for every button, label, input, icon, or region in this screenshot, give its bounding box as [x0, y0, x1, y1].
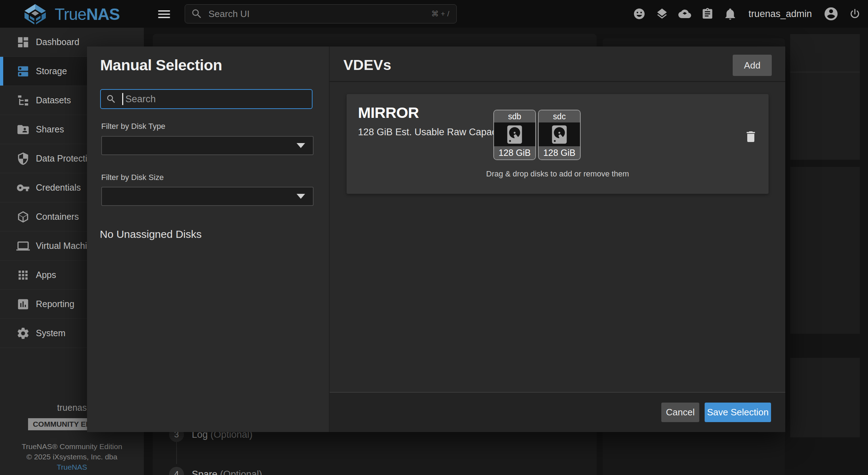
save-selection-button[interactable]: Save Selection — [705, 403, 771, 422]
hamburger-menu-icon[interactable] — [153, 6, 175, 22]
key-icon — [16, 181, 30, 195]
dialog-title: Manual Selection — [100, 56, 222, 74]
disk-size-label: 128 GiB — [494, 146, 535, 159]
background-panel — [790, 34, 860, 160]
active-indicator — [0, 57, 3, 86]
divider — [790, 72, 860, 72]
step-connector-line — [176, 442, 177, 464]
ix-stack-icon[interactable] — [655, 7, 669, 21]
truenas-logo[interactable]: TrueNAS — [21, 4, 120, 25]
vdevs-panel: VDEVs Add MIRROR 128 GiB Est. Usable Raw… — [330, 47, 785, 432]
search-icon — [191, 8, 203, 20]
sidebar-item-label: Dashboard — [36, 37, 79, 47]
sidebar-item-label: Containers — [36, 212, 79, 222]
copyright-text: TrueNAS® Community Edition © 2025 iXsyst… — [0, 441, 158, 472]
filter-disk-size-select[interactable] — [101, 187, 314, 206]
feedback-smiley-icon[interactable] — [633, 7, 646, 21]
search-shortcut-hint: ⌘ + / — [431, 10, 449, 18]
search-icon — [106, 94, 116, 104]
sidebar-item-label: Credentials — [36, 182, 81, 193]
laptop-icon — [16, 239, 30, 253]
sidebar-item-label: Apps — [36, 270, 56, 280]
sidebar-item-label: Datasets — [36, 95, 71, 105]
disk-name-label: sdc — [539, 110, 580, 122]
chevron-down-icon — [297, 194, 305, 199]
truenas-link[interactable]: TrueNAS — [0, 462, 158, 472]
wizard-step-spare: 4 Spare (Optional) — [169, 467, 262, 475]
gear-icon — [16, 327, 30, 340]
copyright-line2: © 2025 iXsystems, Inc. dba — [0, 452, 158, 462]
disk-search-field[interactable] — [100, 89, 313, 109]
cancel-button[interactable]: Cancel — [661, 403, 699, 422]
datasets-icon — [16, 94, 30, 107]
alerts-bell-icon[interactable] — [723, 7, 737, 21]
harddisk-icon — [504, 124, 526, 146]
copyright-line1: TrueNAS® Community Edition — [0, 441, 158, 452]
background-panel — [790, 167, 860, 334]
chevron-down-icon — [297, 143, 305, 148]
disk-name-label: sdb — [494, 110, 535, 122]
disk-tile-sdb[interactable]: sdb 128 GiB — [493, 110, 536, 160]
step-label: Spare — [192, 469, 217, 475]
username-label: truenas_admin — [748, 9, 812, 20]
add-vdev-button[interactable]: Add — [733, 55, 772, 76]
topbar: TrueNAS ⌘ + / truenas_admin — [0, 0, 868, 28]
box-icon — [16, 210, 30, 224]
disk-tile-sdc[interactable]: sdc 128 GiB — [538, 110, 581, 160]
filter-disk-type-label: Filter by Disk Type — [101, 122, 166, 131]
filter-disk-type-select[interactable] — [101, 136, 314, 155]
jobs-clipboard-icon[interactable] — [701, 7, 714, 21]
vdev-capacity-label: 128 GiB Est. Usable Raw Capacity — [358, 127, 506, 138]
text-cursor — [122, 93, 123, 105]
storage-icon — [16, 65, 30, 78]
chart-box-icon — [16, 297, 30, 311]
sidebar-item-label: Storage — [36, 66, 67, 76]
shield-icon — [16, 152, 30, 165]
sidebar-item-label: System — [36, 328, 65, 338]
step-optional-label: (Optional) — [217, 469, 262, 475]
truenas-app-window: 3 Log (Optional) 4 Spare (Optional) Dash… — [0, 0, 868, 475]
truenas-cloud-icon[interactable] — [678, 7, 691, 21]
global-search[interactable]: ⌘ + / — [185, 4, 457, 23]
logo-wordmark: TrueNAS — [55, 5, 120, 24]
disk-size-label: 128 GiB — [539, 146, 580, 159]
manual-selection-panel: Manual Selection Filter by Disk Type Fil… — [87, 47, 330, 432]
no-unassigned-disks-text: No Unassigned Disks — [100, 228, 202, 240]
delete-vdev-icon[interactable] — [744, 130, 758, 144]
shares-icon — [16, 123, 30, 136]
sidebar-item-label: Reporting — [36, 299, 74, 309]
sidebar-item-label: Shares — [36, 124, 64, 135]
apps-grid-icon — [16, 268, 30, 282]
dashboard-icon — [16, 36, 30, 49]
step-number-badge: 4 — [169, 467, 184, 475]
drag-drop-hint: Drag & drop disks to add or remove them — [347, 169, 769, 179]
divider — [330, 81, 785, 82]
power-icon[interactable] — [848, 7, 862, 21]
disk-search-input[interactable] — [125, 93, 312, 105]
mirror-vdev-card: MIRROR 128 GiB Est. Usable Raw Capacity … — [347, 94, 769, 194]
vdev-type-label: MIRROR — [358, 104, 419, 121]
filter-disk-size-label: Filter by Disk Size — [101, 173, 164, 182]
manual-selection-dialog: Manual Selection Filter by Disk Type Fil… — [87, 47, 785, 432]
harddisk-icon — [548, 124, 570, 146]
dialog-footer: Cancel Save Selection — [330, 392, 785, 432]
truenas-logo-icon — [21, 4, 50, 25]
account-avatar-icon[interactable] — [823, 6, 839, 22]
background-panel — [790, 358, 860, 437]
global-search-input[interactable] — [208, 8, 431, 20]
vdevs-title: VDEVs — [343, 57, 391, 73]
